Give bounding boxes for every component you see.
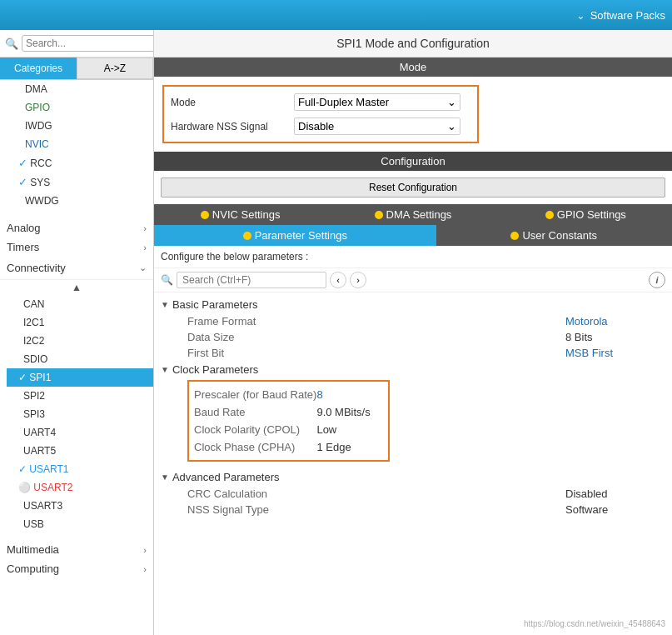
basic-params-collapse-icon: ▼ (161, 300, 169, 309)
param-tab-dot (243, 232, 251, 240)
scroll-up-button[interactable]: ▲ (0, 280, 153, 295)
sidebar-group-analog[interactable]: Analog › (0, 218, 153, 238)
sidebar-item-i2c2[interactable]: I2C2 (7, 332, 153, 350)
tab-az[interactable]: A->Z (77, 58, 153, 79)
param-value-cpha: 1 Edge (316, 441, 383, 453)
param-row-cpol: Clock Polarity (CPOL) Low (194, 422, 383, 438)
config-tabs-row1: NVIC Settings DMA Settings GPIO Settings (154, 204, 672, 225)
sidebar-item-uart4[interactable]: UART4 (7, 423, 153, 442)
param-name-first-bit: First Bit (187, 347, 565, 359)
param-row-data-size: Data Size 8 Bits (154, 329, 672, 345)
param-row-prescaler: Prescaler (for Baud Rate) 8 (194, 387, 383, 402)
sidebar-item-usb[interactable]: USB (7, 515, 153, 533)
search-icon: 🔍 (5, 38, 18, 50)
tab-gpio-settings[interactable]: GPIO Settings (500, 204, 672, 225)
param-value-prescaler: 8 (316, 388, 383, 401)
info-button[interactable]: i (649, 272, 665, 288)
param-name-crc: CRC Calculation (187, 488, 565, 500)
param-value-nss-signal: Software (565, 503, 665, 516)
param-name-frame-format: Frame Format (187, 315, 565, 328)
param-value-data-size: 8 Bits (565, 331, 665, 343)
param-row-cpha: Clock Phase (CPHA) 1 Edge (194, 439, 383, 455)
sidebar-item-spi2[interactable]: SPI2 (7, 387, 153, 405)
sidebar-item-nvic[interactable]: NVIC (0, 135, 153, 153)
advanced-params-group-header[interactable]: ▼ Advanced Parameters (154, 468, 672, 486)
clock-params-group-header[interactable]: ▼ Clock Parameters (154, 361, 672, 378)
param-name-baud-rate: Baud Rate (194, 406, 316, 418)
sidebar-item-dma[interactable]: DMA (0, 80, 153, 98)
param-row-first-bit: First Bit MSB First (154, 345, 672, 361)
sidebar-item-sys[interactable]: ✓ SYS (0, 172, 153, 192)
param-value-baud-rate: 9.0 MBits/s (316, 406, 383, 418)
sidebar-item-sdio[interactable]: SDIO (7, 350, 153, 368)
mode-select[interactable]: Full-Duplex Master ⌄ (294, 93, 460, 111)
tab-user-constants[interactable]: User Constants (436, 225, 672, 246)
sidebar-item-usart1[interactable]: ✓ USART1 (7, 460, 153, 478)
tab-dma-settings[interactable]: DMA Settings (326, 204, 499, 225)
search-input[interactable] (22, 35, 154, 52)
sidebar-item-rcc[interactable]: ✓ RCC (0, 153, 153, 172)
main-content: SPI1 Mode and Configuration Mode Mode Fu… (154, 30, 672, 635)
param-name-prescaler: Prescaler (for Baud Rate) (194, 388, 316, 401)
param-tab-label: Parameter Settings (255, 229, 347, 242)
hardware-nss-value: Disable (298, 120, 334, 132)
hardware-nss-chevron: ⌄ (447, 120, 456, 132)
sidebar-item-gpio[interactable]: GPIO (0, 98, 153, 117)
sidebar-item-i2c1[interactable]: I2C1 (7, 313, 153, 332)
user-constants-tab-dot (510, 232, 519, 240)
sidebar-group-label-multimedia: Multimedia (7, 543, 59, 556)
param-value-first-bit: MSB First (565, 347, 665, 359)
sidebar-group-label-timers: Timers (7, 241, 39, 253)
param-name-data-size: Data Size (187, 331, 565, 343)
sidebar-group-timers[interactable]: Timers › (0, 238, 153, 257)
sidebar-group-multimedia[interactable]: Multimedia › (0, 540, 153, 559)
sidebar-list: DMA GPIO IWDG NVIC ✓ RCC ✓ SYS WWDG Anal… (0, 80, 153, 635)
gpio-tab-dot (545, 211, 554, 219)
tab-categories[interactable]: Categories (0, 58, 77, 79)
hardware-nss-label: Hardware NSS Signal (171, 121, 287, 132)
sidebar-group-computing[interactable]: Computing › (0, 559, 153, 578)
tab-parameter-settings[interactable]: Parameter Settings (154, 225, 436, 246)
sidebar-item-usart2[interactable]: ⚪ USART2 (7, 478, 153, 497)
sidebar-group-connectivity[interactable]: Connectivity ⌄ (0, 257, 153, 280)
param-tree: ▼ Basic Parameters Frame Format Motorola… (154, 292, 672, 521)
param-row-crc: CRC Calculation Disabled (154, 486, 672, 502)
connectivity-items: CAN I2C1 I2C2 SDIO ✓ SPI1 SPI2 SPI3 UART… (0, 295, 153, 533)
sidebar-item-can[interactable]: CAN (7, 295, 153, 313)
sidebar-item-uart5[interactable]: UART5 (7, 442, 153, 460)
mode-label: Mode (171, 97, 287, 108)
param-row-baud-rate: Baud Rate 9.0 MBits/s (194, 404, 383, 420)
param-content: Configure the below parameters : 🔍 ‹ › i… (154, 246, 672, 635)
param-name-cpha: Clock Phase (CPHA) (194, 441, 316, 453)
sidebar-item-usart3[interactable]: USART3 (7, 497, 153, 515)
user-constants-tab-label: User Constants (522, 229, 597, 242)
mode-section-header: Mode (154, 58, 672, 77)
hardware-nss-select[interactable]: Disable ⌄ (294, 118, 460, 135)
sidebar-search-area: 🔍 ⚙ (0, 30, 153, 58)
sidebar-tab-bar: Categories A->Z (0, 58, 153, 80)
param-row-nss-signal: NSS Signal Type Software (154, 502, 672, 518)
param-search-input[interactable] (177, 272, 326, 288)
param-value-cpol: Low (316, 423, 383, 436)
basic-params-group-header[interactable]: ▼ Basic Parameters (154, 296, 672, 313)
advanced-params-collapse-icon: ▼ (161, 472, 169, 482)
clock-params-box: Prescaler (for Baud Rate) 8 Baud Rate 9.… (187, 380, 390, 462)
reset-configuration-button[interactable]: Reset Configuration (161, 178, 665, 198)
sidebar-item-spi1[interactable]: ✓ SPI1 (7, 368, 153, 387)
software-packs-button[interactable]: ⌄ Software Packs (576, 9, 665, 22)
sidebar-item-spi3[interactable]: SPI3 (7, 405, 153, 423)
expand-arrow-analog: › (143, 223, 147, 233)
expand-arrow-timers: › (143, 242, 147, 252)
nvic-tab-dot (201, 211, 209, 219)
top-bar: ⌄ Software Packs (0, 0, 672, 30)
param-name-cpol: Clock Polarity (CPOL) (194, 423, 316, 436)
sidebar-item-wwdg[interactable]: WWDG (0, 192, 153, 210)
mode-box: Mode Full-Duplex Master ⌄ Hardware NSS S… (162, 85, 479, 143)
mode-section: Mode Full-Duplex Master ⌄ Hardware NSS S… (154, 77, 672, 152)
search-next-button[interactable]: › (350, 272, 366, 288)
sidebar-item-iwdg[interactable]: IWDG (0, 117, 153, 135)
config-area: Configuration Reset Configuration NVIC S… (154, 152, 672, 635)
clock-params-label: Clock Parameters (172, 363, 258, 376)
search-prev-button[interactable]: ‹ (330, 272, 346, 288)
tab-nvic-settings[interactable]: NVIC Settings (154, 204, 326, 225)
